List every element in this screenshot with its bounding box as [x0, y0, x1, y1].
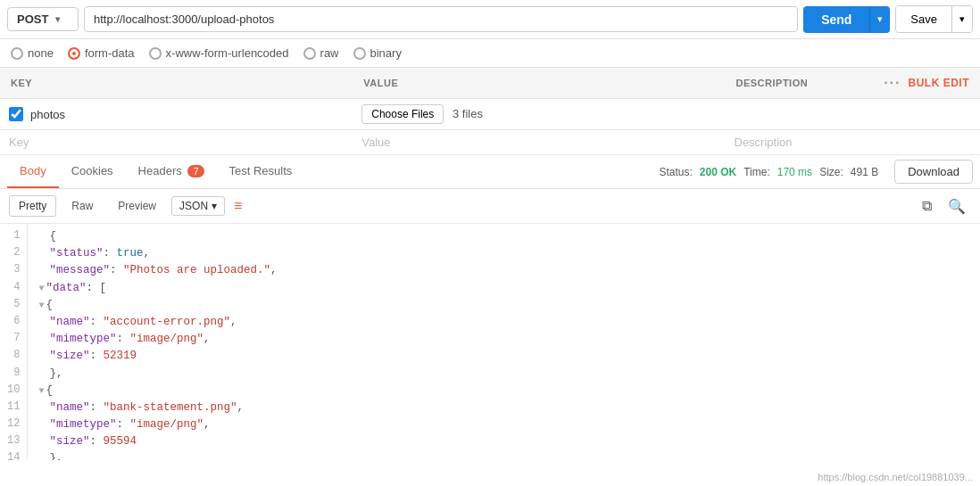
method-label: POST: [17, 12, 48, 26]
url-input[interactable]: [84, 6, 798, 32]
copy-button[interactable]: ⧉: [917, 196, 937, 217]
col-header-key: KEY: [0, 68, 353, 99]
raw-button[interactable]: Raw: [62, 195, 103, 217]
radio-raw-label: raw: [320, 46, 339, 60]
tab-body[interactable]: Body: [7, 155, 59, 188]
tab-headers[interactable]: Headers 7: [126, 155, 217, 188]
radio-form-data-label: form-data: [85, 46, 135, 60]
radio-binary-circle: [353, 47, 366, 60]
save-button[interactable]: Save: [896, 6, 951, 32]
kv-table: KEY VALUE DESCRIPTION ··· Bulk Edit phot…: [0, 68, 980, 155]
line-numbers: 123456789101112131415161718192021: [0, 224, 28, 460]
size-value: 491 B: [851, 166, 878, 178]
value-cell: Choose Files 3 files: [353, 99, 725, 130]
radio-binary[interactable]: binary: [353, 46, 402, 60]
response-tabs: Body Cookies Headers 7 Test Results Stat…: [0, 155, 980, 189]
empty-value-cell[interactable]: Value: [353, 130, 725, 155]
col-header-description: DESCRIPTION ··· Bulk Edit: [726, 68, 981, 99]
watermark: https://blog.csdn.net/col19881039...: [818, 472, 973, 482]
tab-test-results[interactable]: Test Results: [217, 155, 305, 188]
preview-button[interactable]: Preview: [108, 195, 166, 217]
method-arrow: ▾: [55, 14, 60, 24]
send-button[interactable]: Send: [803, 6, 869, 33]
response-meta: Status: 200 OK Time: 170 ms Size: 491 B …: [659, 160, 973, 184]
bulk-edit-button[interactable]: Bulk Edit: [909, 77, 970, 89]
radio-raw[interactable]: raw: [303, 46, 339, 60]
save-btn-group: Save ▾: [895, 5, 973, 33]
format-label: JSON: [179, 200, 208, 212]
radio-none-circle: [11, 47, 23, 60]
radio-urlencoded[interactable]: x-www-form-urlencoded: [149, 46, 289, 60]
status-label: Status:: [659, 166, 692, 178]
more-options-icon[interactable]: ···: [884, 75, 901, 91]
row-checkbox[interactable]: [9, 107, 23, 121]
method-selector[interactable]: POST ▾: [7, 7, 79, 31]
radio-form-data-circle: [68, 47, 80, 60]
radio-none-label: none: [28, 46, 54, 60]
key-cell: photos: [0, 99, 353, 130]
wrap-icon[interactable]: ≡: [230, 194, 245, 218]
format-selector[interactable]: JSON ▾: [171, 196, 225, 216]
status-value: 200 OK: [700, 166, 736, 178]
size-label: Size:: [819, 166, 843, 178]
radio-none[interactable]: none: [11, 46, 54, 60]
code-area[interactable]: 123456789101112131415161718192021 {"stat…: [0, 224, 980, 460]
save-dropdown-button[interactable]: ▾: [951, 6, 972, 32]
pretty-button[interactable]: Pretty: [9, 195, 56, 217]
table-row: photos Choose Files 3 files: [0, 99, 980, 130]
code-content: {"status": true,"message": "Photos are u…: [28, 224, 980, 460]
empty-description-cell[interactable]: Description: [726, 130, 981, 155]
search-button[interactable]: 🔍: [943, 196, 971, 217]
format-arrow: ▾: [212, 200, 217, 212]
empty-key-cell[interactable]: Key: [0, 130, 353, 155]
value-placeholder: Value: [361, 136, 390, 149]
empty-table-row: Key Value Description: [0, 130, 980, 155]
body-type-row: none form-data x-www-form-urlencoded raw…: [0, 39, 980, 68]
radio-raw-circle: [303, 47, 316, 60]
headers-badge: 7: [187, 165, 203, 177]
json-toolbar: Pretty Raw Preview JSON ▾ ≡ ⧉ 🔍: [0, 189, 980, 224]
tab-cookies[interactable]: Cookies: [59, 155, 126, 188]
time-value: 170 ms: [777, 166, 812, 178]
url-bar: POST ▾ Send ▾ Save ▾: [0, 0, 980, 39]
key-value: photos: [30, 108, 65, 121]
radio-urlencoded-circle: [149, 47, 162, 60]
radio-urlencoded-label: x-www-form-urlencoded: [166, 46, 289, 60]
time-label: Time:: [743, 166, 770, 178]
files-count: 3 files: [453, 107, 483, 120]
send-dropdown-button[interactable]: ▾: [869, 6, 890, 33]
radio-binary-label: binary: [370, 46, 402, 60]
send-btn-group: Send ▾: [803, 6, 890, 33]
radio-form-data[interactable]: form-data: [68, 46, 135, 60]
col-header-value: VALUE: [353, 68, 725, 99]
download-button[interactable]: Download: [894, 160, 973, 184]
description-cell: [726, 99, 981, 130]
json-actions: ⧉ 🔍: [917, 196, 971, 217]
desc-placeholder: Description: [735, 136, 793, 149]
key-placeholder: Key: [9, 136, 29, 149]
choose-files-button[interactable]: Choose Files: [361, 104, 444, 124]
